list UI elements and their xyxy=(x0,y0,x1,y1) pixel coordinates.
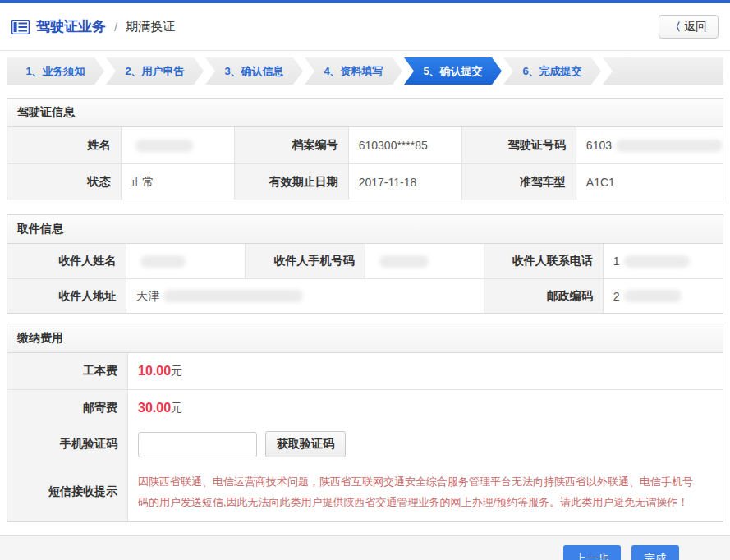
breadcrumb: 驾驶证业务 / 期满换证 xyxy=(11,17,175,36)
production-fee-label: 工本费 xyxy=(7,353,128,389)
breadcrumb-divider: / xyxy=(114,20,117,34)
finish-button[interactable]: 完成 xyxy=(631,545,679,560)
recipient-phone-value: 1 xyxy=(604,244,723,278)
back-button-label: 返回 xyxy=(684,20,707,34)
expiry-date-label: 有效期止日期 xyxy=(235,163,349,200)
expiry-date-value: 2017-11-18 xyxy=(349,163,463,200)
recipient-mobile-value xyxy=(365,244,484,278)
sms-notice-label: 短信接收提示 xyxy=(7,463,128,521)
license-form-icon xyxy=(11,20,30,34)
vehicle-class-label: 准驾车型 xyxy=(462,163,576,200)
step-4-fill-data[interactable]: 4、资料填写 xyxy=(305,57,402,85)
sms-notice-cell: 因陕西省联通、电信运营商技术问题，陕西省互联网交通安全综合服务管理平台无法向持陕… xyxy=(128,463,723,521)
fee-section-title: 缴纳费用 xyxy=(7,324,723,353)
redacted-value xyxy=(140,255,186,268)
page-title: 驾驶证业务 xyxy=(36,17,106,36)
license-info-section: 驾驶证信息 姓名 档案编号 610300****85 驾驶证号码 6103 状态… xyxy=(7,98,723,200)
license-number-label: 驾驶证号码 xyxy=(462,127,576,163)
status-value: 正常 xyxy=(122,163,236,200)
fee-section: 缴纳费用 工本费 10.00元 邮寄费 30.00元 手机验证码 获取验证码 短… xyxy=(7,324,723,522)
license-section-title: 驾驶证信息 xyxy=(7,99,723,127)
step-3-confirm-info[interactable]: 3、确认信息 xyxy=(205,57,303,85)
recipient-name-value xyxy=(126,244,246,278)
sms-code-field-row: 获取验证码 xyxy=(128,425,723,463)
page-subtitle: 期满换证 xyxy=(126,19,175,34)
sms-notice-text: 因陕西省联通、电信运营商技术问题，陕西省互联网交通安全综合服务管理平台无法向持陕… xyxy=(138,463,705,521)
step-2-user-declaration[interactable]: 2、用户申告 xyxy=(106,57,204,85)
archive-number-value: 610300****85 xyxy=(349,127,463,163)
status-label: 状态 xyxy=(7,163,122,200)
redacted-value xyxy=(616,140,723,152)
sms-code-label: 手机验证码 xyxy=(7,425,128,463)
back-button[interactable]: 〈 返回 xyxy=(659,15,719,39)
recipient-address-value: 天津 xyxy=(126,278,484,313)
footer-action-bar: 上一步 完成 xyxy=(0,535,730,560)
production-fee-unit: 元 xyxy=(171,364,182,379)
get-sms-code-button[interactable]: 获取验证码 xyxy=(265,431,346,457)
production-fee-amount: 10.00 xyxy=(138,364,171,379)
license-number-value: 6103 xyxy=(576,127,723,163)
back-chevron-icon: 〈 xyxy=(670,20,681,34)
step-wizard: 1、业务须知 2、用户申告 3、确认信息 4、资料填写 5、确认提交 6、完成提… xyxy=(7,57,723,85)
name-label: 姓名 xyxy=(7,127,122,163)
step-1-business-notice[interactable]: 1、业务须知 xyxy=(7,57,104,85)
redacted-value xyxy=(379,255,429,268)
mail-fee-unit: 元 xyxy=(171,401,182,415)
vehicle-class-value: A1C1 xyxy=(576,163,723,200)
recipient-name-label: 收件人姓名 xyxy=(7,244,126,278)
page-header: 驾驶证业务 / 期满换证 〈 返回 xyxy=(0,3,730,51)
production-fee-value: 10.00元 xyxy=(128,353,723,389)
redacted-value xyxy=(624,255,690,268)
step-bar-filler xyxy=(603,57,723,85)
pickup-info-section: 取件信息 收件人姓名 收件人手机号码 收件人联系电话 1 收件人地址 天津 邮政… xyxy=(7,214,723,314)
sms-code-input[interactable] xyxy=(138,432,257,457)
redacted-value xyxy=(163,290,303,302)
recipient-mobile-label: 收件人手机号码 xyxy=(246,244,365,278)
postal-code-label: 邮政编码 xyxy=(484,278,604,313)
step-6-complete-submit[interactable]: 6、完成提交 xyxy=(503,57,601,85)
mail-fee-amount: 30.00 xyxy=(138,401,171,415)
name-value xyxy=(122,127,236,163)
step-5-confirm-submit[interactable]: 5、确认提交 xyxy=(404,57,502,85)
mail-fee-value: 30.00元 xyxy=(128,389,723,425)
recipient-phone-label: 收件人联系电话 xyxy=(484,244,604,278)
archive-number-label: 档案编号 xyxy=(235,127,349,163)
previous-step-button[interactable]: 上一步 xyxy=(563,545,621,560)
mail-fee-label: 邮寄费 xyxy=(7,389,128,425)
pickup-section-title: 取件信息 xyxy=(7,215,723,244)
postal-code-value: 2 xyxy=(604,278,723,313)
redacted-value xyxy=(135,140,193,152)
recipient-address-label: 收件人地址 xyxy=(7,278,126,313)
redacted-value xyxy=(624,290,682,302)
